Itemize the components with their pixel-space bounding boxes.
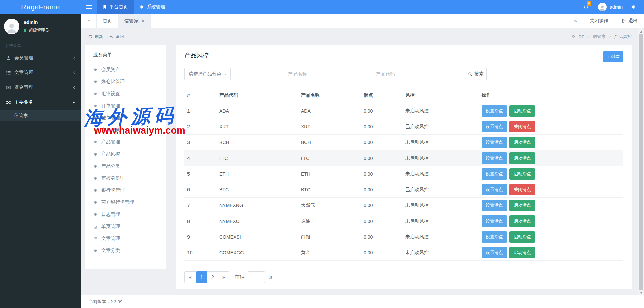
business-menu-item[interactable]: 产品风控: [85, 148, 166, 160]
product-name: ADA: [298, 103, 361, 119]
sign-out-icon: [622, 19, 626, 23]
business-menu-item[interactable]: 交易总览: [85, 124, 166, 136]
start-slippage-button[interactable]: 启动滑点: [509, 152, 535, 164]
goto-page-input[interactable]: [248, 271, 265, 283]
tab-xinguanjia[interactable]: 信管家 ×: [118, 14, 151, 28]
scrollbar-thumb[interactable]: [639, 34, 643, 290]
table-row: 6BTCBTC0.00已启动风控设置滑点关闭滑点: [184, 182, 623, 197]
shuffle-icon: [6, 100, 11, 105]
back-button[interactable]: 返回: [109, 34, 124, 40]
puzzle-icon: [93, 80, 98, 84]
sidebar-section-header: 系统菜单: [0, 39, 81, 51]
search-icon: [468, 72, 472, 76]
start-slippage-button[interactable]: 启动滑点: [509, 105, 535, 117]
row-actions: 设置滑点启动滑点: [479, 213, 623, 229]
business-menu-item[interactable]: 产品管理: [85, 136, 166, 148]
sidebar-subitem[interactable]: 信管家: [0, 110, 81, 121]
puzzle-icon: [93, 188, 98, 193]
page-button[interactable]: 2: [207, 271, 218, 283]
business-menu-item[interactable]: 文章分类: [85, 245, 166, 257]
start-slippage-button[interactable]: 启动滑点: [509, 247, 535, 258]
row-actions: 设置滑点启动滑点: [479, 229, 623, 245]
scroll-up-icon[interactable]: ▲: [638, 29, 644, 34]
business-menu-item[interactable]: 文章管理: [85, 233, 166, 245]
set-slippage-button[interactable]: 设置滑点: [482, 247, 507, 258]
pagination-prev[interactable]: «: [184, 271, 196, 283]
risk-status: 未启动风控: [402, 103, 479, 119]
breadcrumb-item[interactable]: 信管家: [593, 34, 606, 40]
sidebar-item-3[interactable]: 主要业务: [0, 95, 81, 110]
slippage: 0.00: [361, 197, 402, 213]
divider: [89, 266, 162, 266]
tabs-scroll-right-button[interactable]: »: [568, 14, 583, 28]
product-name-input[interactable]: [284, 68, 346, 80]
settings-button[interactable]: [627, 5, 639, 9]
search-button[interactable]: 搜索: [465, 68, 487, 80]
product-code-input[interactable]: [372, 68, 465, 80]
vertical-scrollbar[interactable]: ▲ ▼: [638, 29, 644, 295]
slippage: 0.00: [361, 166, 402, 182]
business-menu-item[interactable]: 产品分类: [85, 160, 166, 172]
start-slippage-button[interactable]: 启动滑点: [509, 231, 535, 243]
return-arrow-icon: [109, 35, 113, 39]
stop-slippage-button[interactable]: 关闭滑点: [509, 184, 535, 195]
close-icon[interactable]: ×: [142, 18, 144, 24]
sidebar-item-label: 会员管理: [14, 55, 33, 61]
tab-home[interactable]: 首页: [97, 14, 118, 28]
product-code: BTC: [217, 182, 298, 197]
business-menu-item[interactable]: 订单管理: [85, 100, 166, 112]
tabs-scroll-left-button[interactable]: «: [81, 14, 97, 28]
caret-down-icon: ▾: [225, 72, 227, 76]
row-index: 7: [184, 197, 217, 213]
user-menu[interactable]: admin: [593, 3, 627, 11]
set-slippage-button[interactable]: 设置滑点: [482, 215, 507, 227]
scroll-down-icon[interactable]: ▼: [638, 290, 644, 295]
business-menu-item[interactable]: 会员资产: [85, 64, 166, 76]
product-name: BCH: [298, 134, 361, 150]
set-slippage-button[interactable]: 设置滑点: [482, 152, 507, 164]
business-menu-item[interactable]: 银行卡管理: [85, 184, 166, 196]
business-menu-item[interactable]: 挂单管理: [85, 112, 166, 124]
business-menu-item[interactable]: 单页管理: [85, 221, 166, 233]
business-menu-item[interactable]: 商户银行卡管理: [85, 196, 166, 208]
nav-item-platform-home[interactable]: 平台首页: [97, 0, 134, 14]
set-slippage-button[interactable]: 设置滑点: [482, 105, 507, 117]
start-slippage-button[interactable]: 启动滑点: [509, 200, 535, 211]
create-button[interactable]: + 创建: [603, 51, 623, 62]
sidebar-item-2[interactable]: 资金管理: [0, 80, 81, 95]
filter-bar: 请选择产品分类 ▾ 搜索: [184, 68, 623, 80]
nav-item-system-management[interactable]: 系统管理: [134, 0, 171, 14]
business-menu-item[interactable]: 爆仓比管理: [85, 76, 166, 88]
breadcrumb-item[interactable]: RF: [579, 34, 584, 39]
start-slippage-button[interactable]: 启动滑点: [509, 168, 535, 180]
start-slippage-button[interactable]: 启动滑点: [509, 215, 535, 227]
set-slippage-button[interactable]: 设置滑点: [482, 184, 507, 195]
pagination-next[interactable]: »: [218, 271, 229, 283]
sidebar-item-1[interactable]: 文章管理: [0, 65, 81, 80]
business-menu-item[interactable]: 审核身份证: [85, 172, 166, 184]
business-menu-item[interactable]: 汇率设置: [85, 88, 166, 100]
refresh-button[interactable]: 刷新: [88, 34, 103, 40]
bookmark-icon: [102, 5, 107, 9]
set-slippage-button[interactable]: 设置滑点: [482, 168, 507, 180]
set-slippage-button[interactable]: 设置滑点: [482, 121, 507, 132]
hamburger-icon[interactable]: [81, 0, 97, 14]
sidebar-item-0[interactable]: 会员管理: [0, 51, 81, 65]
business-menu-item[interactable]: 日志管理: [85, 208, 166, 221]
stop-slippage-button[interactable]: 关闭滑点: [509, 121, 535, 132]
set-slippage-button[interactable]: 设置滑点: [482, 200, 507, 211]
set-slippage-button[interactable]: 设置滑点: [482, 231, 507, 243]
chevron-down-icon: [72, 101, 76, 104]
business-menu-item-label: 文章分类: [101, 248, 120, 254]
row-actions: 设置滑点启动滑点: [479, 134, 623, 150]
page-button[interactable]: 1: [196, 271, 207, 283]
start-slippage-button[interactable]: 启动滑点: [509, 137, 535, 148]
set-slippage-button[interactable]: 设置滑点: [482, 137, 507, 148]
row-index: 8: [184, 213, 217, 229]
logout-button[interactable]: 退出: [615, 14, 644, 28]
category-select[interactable]: 请选择产品分类 ▾: [184, 68, 231, 80]
close-operations-button[interactable]: 关闭操作: [583, 14, 615, 28]
product-name: 天然气: [298, 197, 361, 213]
notifications-button[interactable]: 0: [579, 0, 593, 14]
person-icon: [6, 22, 18, 34]
